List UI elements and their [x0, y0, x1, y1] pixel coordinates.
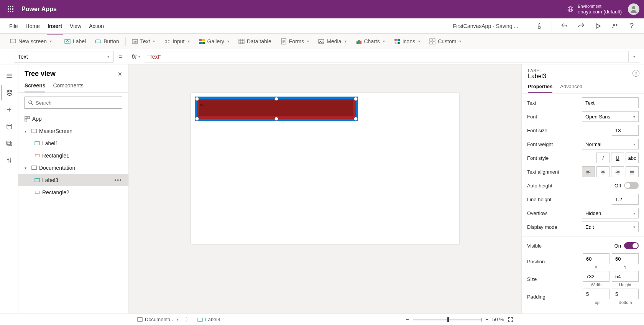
- svg-rect-33: [430, 39, 432, 41]
- help-icon[interactable]: ?: [625, 19, 639, 33]
- svg-rect-16: [95, 40, 101, 43]
- insert-input-dropdown[interactable]: Input▾: [159, 34, 194, 49]
- insert-charts-dropdown[interactable]: Charts▾: [351, 34, 389, 49]
- share-icon[interactable]: [608, 19, 622, 33]
- insert-custom-dropdown[interactable]: Custom▾: [425, 34, 466, 49]
- insert-forms-dropdown[interactable]: Forms▾: [276, 34, 314, 49]
- resize-handle[interactable]: [354, 97, 358, 101]
- strikethrough-button[interactable]: abc: [626, 153, 639, 163]
- text-input[interactable]: [582, 97, 639, 108]
- control-name: Label3: [528, 73, 638, 80]
- tab-advanced[interactable]: Advanced: [560, 84, 582, 93]
- italic-button[interactable]: I: [596, 153, 610, 163]
- tree-node-control[interactable]: Label1: [18, 137, 128, 149]
- property-dropdown[interactable]: Text ▾: [14, 51, 113, 62]
- close-icon[interactable]: ✕: [118, 71, 122, 77]
- insert-text-dropdown[interactable]: ab Text▾: [127, 34, 160, 49]
- breadcrumb-screen[interactable]: Documenta... ▾: [134, 315, 182, 324]
- menu-action[interactable]: Action: [85, 21, 108, 31]
- pos-x-input[interactable]: [583, 253, 610, 264]
- insert-label-button[interactable]: Label: [60, 34, 90, 49]
- menu-home[interactable]: Home: [22, 21, 44, 31]
- font-size-input[interactable]: [612, 125, 639, 136]
- fx-label[interactable]: fx▾: [128, 53, 143, 60]
- undo-icon[interactable]: [557, 19, 571, 33]
- tree-node-control[interactable]: Rectangle2: [18, 186, 128, 199]
- label-icon: [34, 141, 40, 146]
- resize-handle[interactable]: [195, 97, 199, 101]
- svg-rect-28: [358, 40, 360, 44]
- formula-expand-icon[interactable]: ▾: [629, 51, 640, 62]
- tab-components[interactable]: Components: [53, 82, 83, 92]
- zoom-out-icon[interactable]: −: [406, 317, 409, 322]
- breadcrumb-control[interactable]: Label3: [194, 315, 223, 324]
- menu-insert[interactable]: Insert: [44, 21, 66, 31]
- hamburger-icon[interactable]: [2, 68, 17, 84]
- insert-button-button[interactable]: Button: [90, 34, 123, 49]
- user-avatar[interactable]: [628, 3, 639, 15]
- search-field[interactable]: [36, 100, 119, 106]
- resize-handle[interactable]: [274, 117, 278, 121]
- label-control-selected[interactable]: Text: [199, 100, 353, 116]
- formula-input[interactable]: "Text": [144, 51, 629, 62]
- menu-file[interactable]: File: [5, 21, 22, 31]
- app-launcher-icon[interactable]: [5, 3, 17, 15]
- tree-node-control[interactable]: Rectangle1: [18, 149, 128, 162]
- align-right-button[interactable]: [611, 166, 624, 177]
- insert-media-dropdown[interactable]: Media▾: [314, 34, 351, 49]
- pad-bottom-input[interactable]: [612, 289, 639, 299]
- pos-y-input[interactable]: [612, 253, 639, 264]
- zoom-slider[interactable]: [413, 319, 482, 320]
- more-icon[interactable]: •••: [112, 177, 125, 183]
- insert-datatable-button[interactable]: Data table: [234, 34, 276, 49]
- width-input[interactable]: [583, 271, 610, 282]
- tree-node-control-selected[interactable]: Label3 •••: [18, 174, 128, 186]
- help-icon[interactable]: ?: [632, 70, 639, 77]
- search-input[interactable]: [25, 97, 122, 109]
- auto-height-toggle[interactable]: [624, 182, 639, 189]
- zoom-in-icon[interactable]: +: [486, 317, 489, 322]
- environment-picker[interactable]: Environment enayu.com (default): [567, 4, 622, 15]
- app-checker-icon[interactable]: [532, 19, 546, 33]
- chevron-down-icon[interactable]: ▾: [25, 129, 29, 133]
- font-weight-dropdown[interactable]: Normal▾: [582, 139, 639, 149]
- new-screen-button[interactable]: New screen▾: [5, 34, 56, 49]
- forms-label: Forms: [289, 38, 304, 44]
- menu-view[interactable]: View: [66, 21, 85, 31]
- line-height-input[interactable]: [612, 194, 639, 205]
- chevron-down-icon: ▾: [177, 317, 179, 322]
- overflow-dropdown[interactable]: Hidden▾: [582, 208, 639, 218]
- redo-icon[interactable]: [574, 19, 588, 33]
- insert-gallery-dropdown[interactable]: Gallery▾: [194, 34, 234, 49]
- underline-button[interactable]: U: [611, 153, 624, 163]
- fit-screen-icon[interactable]: [508, 317, 514, 323]
- screen-canvas[interactable]: Text: [191, 93, 459, 244]
- tab-screens[interactable]: Screens: [25, 82, 45, 92]
- text-label: Text: [140, 38, 150, 44]
- tree-node-screen[interactable]: ▾ Documentation: [18, 162, 128, 174]
- play-icon[interactable]: [591, 19, 605, 33]
- resize-handle[interactable]: [195, 117, 199, 121]
- align-center-button[interactable]: [596, 166, 610, 177]
- visible-toggle[interactable]: [624, 242, 639, 249]
- data-rail-icon[interactable]: [2, 119, 17, 134]
- display-mode-dropdown[interactable]: Edit▾: [582, 222, 639, 232]
- align-justify-button[interactable]: [626, 166, 639, 177]
- resize-handle[interactable]: [354, 117, 358, 121]
- insert-rail-icon[interactable]: [2, 102, 17, 117]
- tree-view-icon[interactable]: [2, 85, 17, 100]
- pad-top-input[interactable]: [583, 289, 610, 299]
- font-dropdown[interactable]: Open Sans▾: [582, 111, 639, 122]
- prop-label: Font size: [527, 128, 612, 133]
- align-left-button[interactable]: [582, 166, 595, 177]
- chevron-down-icon[interactable]: ▾: [25, 166, 29, 170]
- media-rail-icon[interactable]: [2, 136, 17, 151]
- tab-properties[interactable]: Properties: [528, 84, 552, 93]
- insert-icons-dropdown[interactable]: Icons▾: [389, 34, 425, 49]
- tree-node-screen[interactable]: ▾ MasterScreen: [18, 125, 128, 137]
- tree-node-app[interactable]: App: [18, 113, 128, 125]
- height-input[interactable]: [612, 271, 639, 282]
- canvas-area[interactable]: Text: [129, 64, 521, 314]
- tools-rail-icon[interactable]: [2, 153, 17, 168]
- height-label: Height: [612, 282, 639, 287]
